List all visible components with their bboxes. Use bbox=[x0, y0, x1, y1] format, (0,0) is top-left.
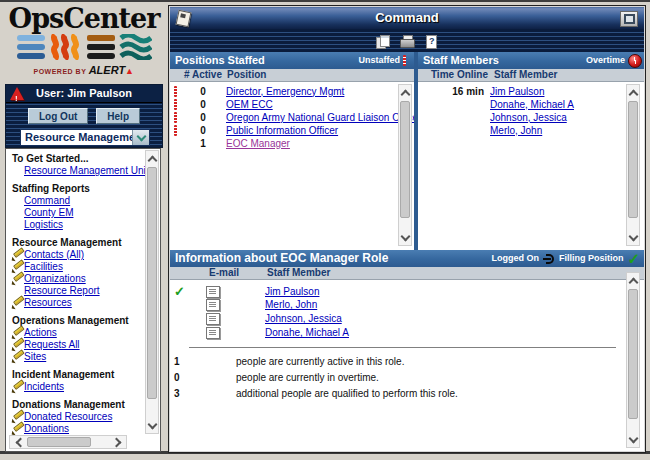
navigation-panel: To Get Started... Resource Management Un… bbox=[5, 148, 161, 452]
role-member-link[interactable]: Johnson, Jessica bbox=[265, 313, 644, 324]
nav-link[interactable]: Resources bbox=[24, 297, 72, 308]
position-link[interactable]: Public Information Officer bbox=[226, 125, 414, 136]
command-window: Command Positions Staffed Unstaffed bbox=[168, 5, 646, 453]
nav-item-logistics[interactable]: Logistics bbox=[12, 219, 146, 230]
sidebar-vertical-scrollbar[interactable] bbox=[145, 150, 159, 434]
scroll-down-button[interactable] bbox=[146, 419, 158, 431]
position-link[interactable]: Director, Emergency Mgmt bbox=[226, 86, 414, 97]
logout-button[interactable]: Log Out bbox=[28, 108, 88, 124]
scroll-down-button[interactable] bbox=[627, 433, 639, 445]
nav-link[interactable]: Resource Management Unit Lead bbox=[24, 165, 146, 176]
staff-member-link[interactable]: Jim Paulson bbox=[490, 86, 644, 97]
staff-member-link[interactable]: Donahe, Michael A bbox=[490, 99, 644, 110]
staff-scrollbar[interactable] bbox=[626, 84, 640, 246]
nav-link[interactable]: Requests All bbox=[24, 339, 80, 350]
active-count: 0 bbox=[180, 99, 226, 110]
nav-item-resource-report[interactable]: Resource Report bbox=[12, 285, 146, 296]
nav-link[interactable]: Donations bbox=[24, 423, 69, 434]
scroll-up-button[interactable] bbox=[627, 275, 639, 287]
position-row: 0 Public Information Officer bbox=[170, 124, 414, 136]
scroll-up-button[interactable] bbox=[146, 153, 158, 165]
scrollbar-thumb[interactable] bbox=[400, 101, 410, 218]
nav-item-requests-all[interactable]: Requests All bbox=[12, 339, 146, 350]
nav-item-incidents[interactable]: Incidents bbox=[12, 381, 146, 392]
nav-link[interactable]: Actions bbox=[24, 327, 57, 338]
scroll-left-button[interactable] bbox=[12, 436, 26, 448]
export-copy-icon[interactable] bbox=[376, 35, 390, 48]
filling-position-check-icon: ✓ bbox=[627, 250, 640, 267]
nav-item-facilities[interactable]: Facilities bbox=[12, 261, 146, 272]
unstaffed-alert-icon bbox=[174, 99, 177, 110]
nav-heading-operations-management: Operations Management bbox=[12, 315, 146, 326]
summary-row: 0 people are currently in overtime. bbox=[170, 370, 644, 385]
role-member-link[interactable]: Merlo, John bbox=[265, 299, 644, 310]
sidebar-horizontal-scrollbar[interactable] bbox=[9, 435, 127, 449]
positions-scrollbar[interactable] bbox=[398, 84, 412, 246]
pencil-icon bbox=[12, 327, 24, 338]
position-link[interactable]: EOC Manager bbox=[226, 138, 414, 149]
chevron-right-icon bbox=[111, 437, 121, 447]
role-column-headers: E-mail Staff Member bbox=[170, 267, 644, 280]
scroll-up-button[interactable] bbox=[627, 87, 639, 99]
email-icon[interactable] bbox=[206, 299, 220, 311]
nav-link[interactable]: Command bbox=[24, 195, 70, 206]
chevron-down-icon bbox=[147, 419, 157, 429]
nav-heading-resource-management: Resource Management bbox=[12, 237, 146, 248]
nav-link[interactable]: Facilities bbox=[24, 261, 63, 272]
help-button[interactable]: Help bbox=[96, 108, 140, 124]
summary-row: 3 additional people are qualified to per… bbox=[170, 386, 644, 401]
position-link[interactable]: OEM ECC bbox=[226, 99, 414, 110]
help-icon[interactable] bbox=[424, 35, 438, 48]
scroll-up-button[interactable] bbox=[399, 87, 411, 99]
nav-item-actions[interactable]: Actions bbox=[12, 327, 146, 338]
email-icon[interactable] bbox=[206, 327, 220, 339]
col-active: # Active bbox=[180, 69, 226, 81]
scrollbar-thumb[interactable] bbox=[628, 101, 638, 218]
nav-link[interactable]: Resource Report bbox=[24, 285, 100, 296]
positions-staffed-header: Positions Staffed Unstaffed bbox=[170, 52, 414, 69]
scroll-down-button[interactable] bbox=[399, 231, 411, 243]
summary-value: 1 bbox=[174, 356, 236, 367]
email-icon[interactable] bbox=[206, 313, 220, 325]
scrollbar-thumb[interactable] bbox=[27, 437, 91, 447]
chevron-up-icon bbox=[400, 90, 410, 100]
nav-link[interactable]: Logistics bbox=[24, 219, 63, 230]
module-select-arrow-button[interactable] bbox=[132, 130, 149, 145]
nav-item-county-em[interactable]: County EM bbox=[12, 207, 146, 218]
staff-member-link[interactable]: Merlo, John bbox=[490, 125, 644, 136]
nav-link[interactable]: Sites bbox=[24, 351, 46, 362]
filling-position-label: Filling Position bbox=[559, 250, 624, 267]
role-member-list: ✓ Jim Paulson Merlo, John Johnson, Jessi… bbox=[170, 280, 644, 401]
role-info-scrollbar[interactable] bbox=[626, 272, 640, 448]
nav-link[interactable]: Organizations bbox=[24, 273, 86, 284]
window-toolbar bbox=[170, 29, 644, 53]
nav-link[interactable]: Contacts (All) bbox=[24, 249, 84, 260]
email-icon[interactable] bbox=[206, 286, 220, 298]
navigation-list: To Get Started... Resource Management Un… bbox=[6, 149, 146, 435]
nav-item-organizations[interactable]: Organizations bbox=[12, 273, 146, 284]
nav-item-donated-resources[interactable]: Donated Resources bbox=[12, 411, 146, 422]
nav-link[interactable]: County EM bbox=[24, 207, 73, 218]
scroll-right-button[interactable] bbox=[110, 436, 124, 448]
role-member-link[interactable]: Donahe, Michael A bbox=[265, 327, 644, 338]
print-icon[interactable] bbox=[400, 35, 414, 48]
role-member-link[interactable]: Jim Paulson bbox=[265, 286, 644, 297]
scrollbar-thumb[interactable] bbox=[147, 167, 157, 399]
nav-link[interactable]: Donated Resources bbox=[24, 411, 112, 422]
nav-item-command[interactable]: Command bbox=[12, 195, 146, 206]
nav-item-resources[interactable]: Resources bbox=[12, 297, 146, 308]
logo-glyphs-icon bbox=[3, 34, 165, 64]
position-link[interactable]: Oregon Army National Guard Liaison Offic… bbox=[226, 112, 414, 123]
staff-member-link[interactable]: Johnson, Jessica bbox=[490, 112, 644, 123]
nav-item-donations[interactable]: Donations bbox=[12, 423, 146, 434]
nav-item-sites[interactable]: Sites bbox=[12, 351, 146, 362]
scrollbar-thumb[interactable] bbox=[628, 289, 638, 419]
maximize-button[interactable] bbox=[620, 11, 638, 27]
col-time-online: Time Online bbox=[422, 69, 488, 81]
nav-link[interactable]: Incidents bbox=[24, 381, 64, 392]
nav-item-contacts-all[interactable]: Contacts (All) bbox=[12, 249, 146, 260]
module-select[interactable]: Resource Management bbox=[20, 129, 150, 146]
overtime-clock-icon bbox=[628, 54, 642, 68]
scroll-down-button[interactable] bbox=[627, 231, 639, 243]
nav-item-rm-unit-lead[interactable]: Resource Management Unit Lead bbox=[12, 165, 146, 176]
